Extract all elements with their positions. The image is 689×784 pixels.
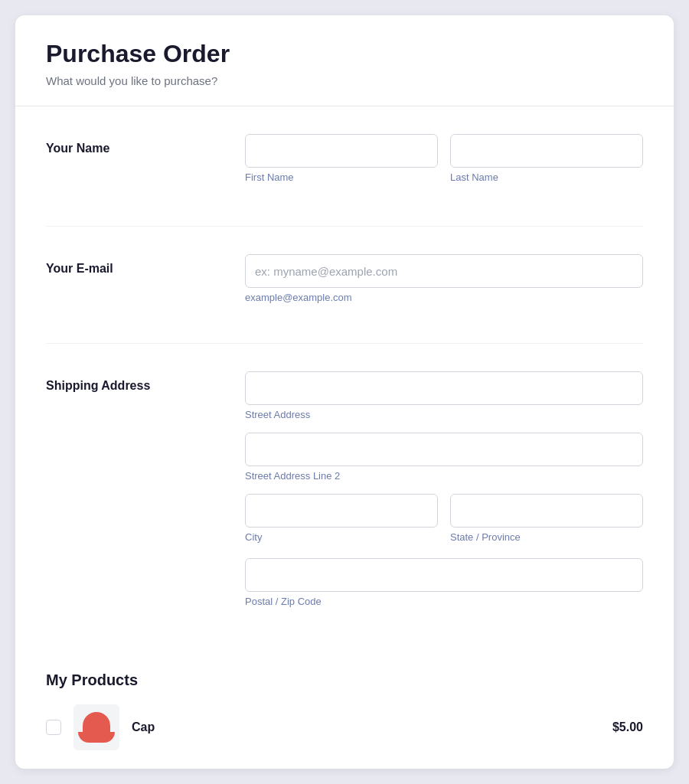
city-group: City [245, 494, 438, 543]
your-name-row: Your Name First Name Last Name [46, 106, 643, 227]
cap-crown [83, 712, 110, 733]
your-email-label: Your E-mail [46, 262, 113, 275]
email-input[interactable] [245, 254, 643, 288]
postal-zip-hint: Postal / Zip Code [245, 596, 643, 607]
page-title: Purchase Order [46, 40, 643, 68]
street-address-hint: Street Address [245, 409, 643, 420]
product-image [73, 704, 119, 750]
your-name-fields: First Name Last Name [245, 134, 643, 198]
product-row: Cap $5.00 [46, 704, 643, 750]
street-address-group: Street Address [245, 371, 643, 420]
street-address-line2-input[interactable] [245, 433, 643, 466]
email-hint: example@example.com [245, 292, 643, 303]
cap-image [78, 712, 115, 743]
first-name-hint: First Name [245, 172, 438, 183]
last-name-input[interactable] [450, 134, 643, 168]
street-address-line2-hint: Street Address Line 2 [245, 470, 643, 482]
city-state-row: City State / Province [245, 494, 643, 555]
page-header: Purchase Order What would you like to pu… [15, 15, 674, 106]
street-address-line2-group: Street Address Line 2 [245, 433, 643, 482]
email-group: example@example.com [245, 254, 643, 303]
cap-brim [78, 732, 115, 743]
postal-zip-group: Postal / Zip Code [245, 558, 643, 607]
products-section: My Products Cap $5.00 [15, 647, 674, 769]
your-name-label-col: Your Name [46, 134, 245, 155]
shipping-address-label: Shipping Address [46, 379, 150, 392]
page-subtitle: What would you like to purchase? [46, 74, 643, 87]
your-email-label-col: Your E-mail [46, 254, 245, 276]
shipping-address-fields: Street Address Street Address Line 2 Cit… [245, 371, 643, 619]
products-title: My Products [46, 671, 643, 689]
page-container: Purchase Order What would you like to pu… [15, 15, 674, 769]
shipping-address-label-col: Shipping Address [46, 371, 245, 393]
last-name-group: Last Name [450, 134, 643, 183]
product-checkbox[interactable] [46, 720, 61, 735]
first-name-group: First Name [245, 134, 438, 183]
first-name-input[interactable] [245, 134, 438, 168]
postal-zip-input[interactable] [245, 558, 643, 592]
your-name-label: Your Name [46, 142, 109, 155]
state-province-input[interactable] [450, 494, 643, 528]
your-email-fields: example@example.com [245, 254, 643, 315]
product-name: Cap [132, 720, 600, 734]
state-province-group: State / Province [450, 494, 643, 543]
your-email-row: Your E-mail example@example.com [46, 227, 643, 344]
name-field-row: First Name Last Name [245, 134, 643, 195]
product-price: $5.00 [612, 720, 643, 734]
street-address-input[interactable] [245, 371, 643, 405]
last-name-hint: Last Name [450, 172, 643, 183]
city-hint: City [245, 531, 438, 543]
form-body: Your Name First Name Last Name Your [15, 106, 674, 647]
city-input[interactable] [245, 494, 438, 528]
state-province-hint: State / Province [450, 531, 643, 543]
shipping-address-row: Shipping Address Street Address Street A… [46, 344, 643, 647]
